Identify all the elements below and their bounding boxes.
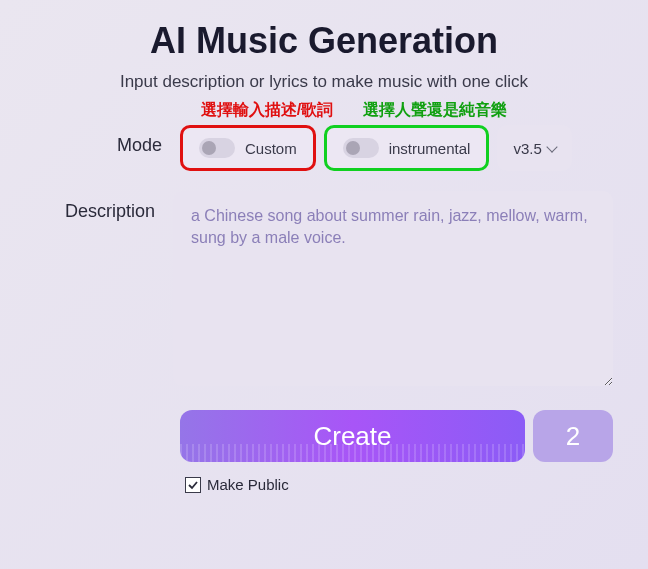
mode-label: Mode — [35, 125, 180, 156]
chevron-down-icon — [546, 141, 557, 152]
description-label: Description — [35, 191, 173, 222]
toggle-knob — [202, 141, 216, 155]
make-public-checkbox[interactable] — [185, 477, 201, 493]
custom-toggle-label: Custom — [245, 140, 297, 157]
toggle-knob — [346, 141, 360, 155]
checkmark-icon — [187, 479, 199, 491]
version-label: v3.5 — [513, 140, 541, 157]
custom-toggle-container[interactable]: Custom — [180, 125, 316, 171]
subtitle: Input description or lyrics to make musi… — [35, 72, 613, 92]
description-input[interactable] — [173, 191, 613, 386]
instrumental-toggle-container[interactable]: instrumental — [324, 125, 490, 171]
page-title: AI Music Generation — [35, 20, 613, 62]
instrumental-toggle[interactable] — [343, 138, 379, 158]
make-public-label: Make Public — [207, 476, 289, 493]
count-selector[interactable]: 2 — [533, 410, 613, 462]
create-button[interactable]: Create — [180, 410, 525, 462]
annotation-mode-instrumental: 選擇人聲還是純音樂 — [363, 100, 507, 121]
custom-toggle[interactable] — [199, 138, 235, 158]
instrumental-toggle-label: instrumental — [389, 140, 471, 157]
annotation-mode-custom: 選擇輸入描述/歌詞 — [201, 100, 333, 121]
version-select[interactable]: v3.5 — [497, 125, 571, 171]
